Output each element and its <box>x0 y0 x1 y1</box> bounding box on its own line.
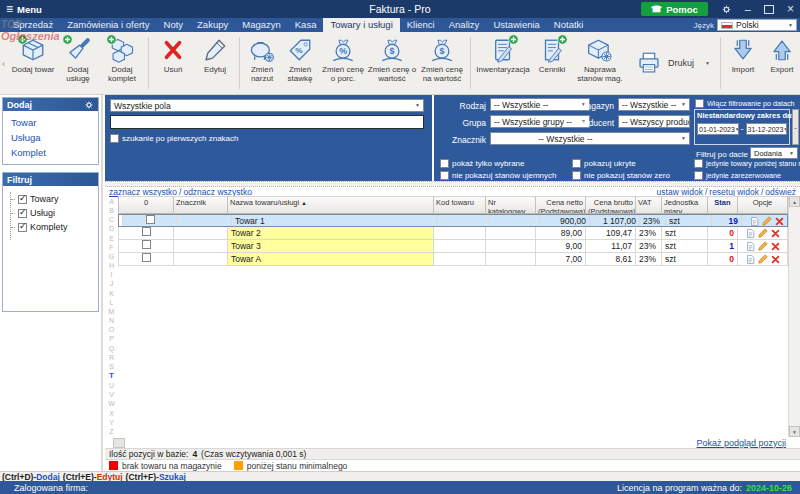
scroll-down-icon[interactable]: ▼ <box>789 426 800 437</box>
only-below-min-checkbox[interactable]: jedynie towary poniżej stanu min. <box>694 159 800 168</box>
row-delete-icon[interactable] <box>771 242 780 251</box>
add-bundle-button[interactable]: Dodaj komplet <box>99 34 145 91</box>
change-markup-button[interactable]: Zmień narzut <box>243 34 281 91</box>
row-checkbox[interactable] <box>146 215 155 224</box>
alphabet-letter[interactable]: D <box>109 225 114 232</box>
add-service-button[interactable]: Dodaj usługę <box>57 34 99 91</box>
table-row[interactable]: Towar A 7,00 8,61 23% szt 0 <box>118 253 788 266</box>
header-selected-count[interactable]: 0 <box>118 196 174 214</box>
header-vat[interactable]: VAT <box>636 196 662 214</box>
row-checkbox[interactable] <box>142 227 151 236</box>
row-preview-icon[interactable] <box>746 228 755 239</box>
checkbox-icon[interactable] <box>110 134 119 143</box>
scroll-up-icon[interactable]: ▲ <box>789 196 800 207</box>
row-edit-icon[interactable] <box>758 228 768 238</box>
show-hidden-checkbox[interactable]: pokazuj ukryte <box>572 159 636 168</box>
alphabet-letter[interactable]: R <box>109 354 114 361</box>
menu-towary-i-uslugi[interactable]: Towary i usługi <box>323 18 399 32</box>
date-to-select[interactable]: 31-12-2023▼ <box>746 123 788 135</box>
filter-komplety-checkbox[interactable]: Komplety <box>11 220 98 234</box>
menu-button[interactable]: Menu <box>17 4 42 15</box>
znacznik-select[interactable]: -- Wszystkie --▼ <box>490 132 690 145</box>
menu-sprzedaz[interactable]: Sprzedaż <box>6 18 60 32</box>
show-preview-link[interactable]: Pokaż podgląd pozycji <box>696 438 800 448</box>
alphabet-letter[interactable]: L <box>110 299 114 306</box>
alphabet-letter[interactable]: E <box>109 235 114 242</box>
checkbox-icon[interactable] <box>694 171 703 180</box>
row-preview-icon[interactable] <box>746 254 755 265</box>
date-filter-enable-checkbox[interactable]: Włącz filtrowanie po datach <box>695 99 795 108</box>
language-select[interactable]: Polski ▼ <box>717 19 797 31</box>
gear-icon[interactable] <box>84 100 94 110</box>
header-kod[interactable]: Kod towaru <box>434 196 486 214</box>
row-delete-icon[interactable] <box>771 229 780 238</box>
reset-view-link[interactable]: resetuj widok <box>709 187 759 197</box>
menu-noty[interactable]: Noty <box>157 18 191 32</box>
table-row[interactable]: Towar 2 89,00 109,47 23% szt 0 <box>118 227 788 240</box>
checkbox-checked-icon[interactable] <box>18 209 27 218</box>
row-edit-icon[interactable] <box>758 254 768 264</box>
header-stan[interactable]: Stan <box>708 196 738 214</box>
menu-analizy[interactable]: Analizy <box>442 18 487 32</box>
search-first-chars-checkbox[interactable]: szukanie po pierwszych znakach <box>110 134 239 143</box>
header-cena-brutto[interactable]: Cena brutto (Podstawowa) <box>586 196 636 214</box>
checkbox-checked-icon[interactable] <box>18 223 27 232</box>
alphabet-letter[interactable]: M <box>109 308 115 315</box>
close-button[interactable]: × <box>787 3 794 15</box>
filter-towary-checkbox[interactable]: Towary <box>11 192 98 206</box>
add-product-button[interactable]: Dodaj towar <box>9 34 57 91</box>
deselect-all-link[interactable]: odznacz wszystko <box>183 187 252 197</box>
import-button[interactable]: Import <box>724 34 762 91</box>
alphabet-letter[interactable]: J <box>110 280 114 287</box>
set-view-link[interactable]: ustaw widok <box>657 187 703 197</box>
search-input[interactable] <box>110 115 424 129</box>
maximize-button[interactable] <box>764 5 774 14</box>
alphabet-letter[interactable]: V <box>109 391 114 398</box>
select-all-link[interactable]: zaznacz wszystko <box>109 187 177 197</box>
change-price-by-value-button[interactable]: Zmień cenę o wartość <box>367 34 417 91</box>
alphabet-letter[interactable]: A <box>109 198 114 205</box>
checkbox-icon[interactable] <box>440 159 449 168</box>
row-edit-icon[interactable] <box>758 241 768 251</box>
pricelists-button[interactable]: Cenniki <box>532 34 572 91</box>
alphabet-letter[interactable]: O <box>109 326 114 333</box>
chevron-down-icon[interactable]: ▼ <box>705 60 710 66</box>
export-button[interactable]: Export <box>762 34 800 91</box>
sidebar-add-towar[interactable]: Towar <box>11 115 98 130</box>
alphabet-letter[interactable]: F <box>109 244 113 251</box>
header-nazwa[interactable]: Nazwa towaru/usługi▲ <box>228 196 434 214</box>
delete-button[interactable]: Usuń <box>152 34 194 91</box>
minimize-button[interactable]: – <box>745 4 751 15</box>
alphabet-letter[interactable]: S <box>109 363 114 370</box>
checkbox-icon[interactable] <box>572 159 581 168</box>
menu-notatki[interactable]: Notatki <box>547 18 591 32</box>
row-delete-icon[interactable] <box>775 217 784 226</box>
search-field-select[interactable]: Wszystkie pola▼ <box>110 99 424 112</box>
alphabet-letter[interactable]: G <box>109 253 114 260</box>
menu-klienci[interactable]: Klienci <box>400 18 442 32</box>
row-preview-icon[interactable] <box>746 241 755 252</box>
alphabet-letter[interactable]: P <box>109 335 114 342</box>
sidebar-add-komplet[interactable]: Komplet <box>11 145 98 160</box>
row-edit-icon[interactable] <box>762 216 772 226</box>
horizontal-scrollbar[interactable] <box>113 438 125 448</box>
row-checkbox[interactable] <box>142 253 151 262</box>
alphabet-letter[interactable]: Z <box>109 428 113 435</box>
filter-uslugi-checkbox[interactable]: Usługi <box>11 206 98 220</box>
table-row[interactable]: Towar 3 9,00 11,07 23% szt 1 <box>118 240 788 253</box>
producent-select[interactable]: -- Wszyscy producenci --▼ <box>618 115 690 128</box>
menu-zakupy[interactable]: Zakupy <box>190 18 235 32</box>
header-jednostka[interactable]: Jednostka miary <box>662 196 708 214</box>
menu-zamowienia[interactable]: Zamówienia i oferty <box>60 18 156 32</box>
magazyn-select[interactable]: -- Wszystkie --▼ <box>618 98 690 111</box>
alphabet-letter[interactable]: B <box>109 207 114 214</box>
repair-stock-button[interactable]: Naprawa stanów mag. <box>572 34 628 91</box>
checkbox-icon[interactable] <box>694 159 703 168</box>
hide-negative-stock-checkbox[interactable]: nie pokazuj stanów ujemnych <box>440 171 557 180</box>
menu-ustawienia[interactable]: Ustawienia <box>486 18 546 32</box>
header-znacznik[interactable]: Znacznik <box>174 196 228 214</box>
header-opcje[interactable]: Opcje <box>738 196 788 214</box>
print-button[interactable]: Drukuj ▼ <box>628 34 717 91</box>
checkbox-icon[interactable] <box>572 171 581 180</box>
hide-zero-stock-checkbox[interactable]: nie pokazuj stanów zero <box>572 171 670 180</box>
